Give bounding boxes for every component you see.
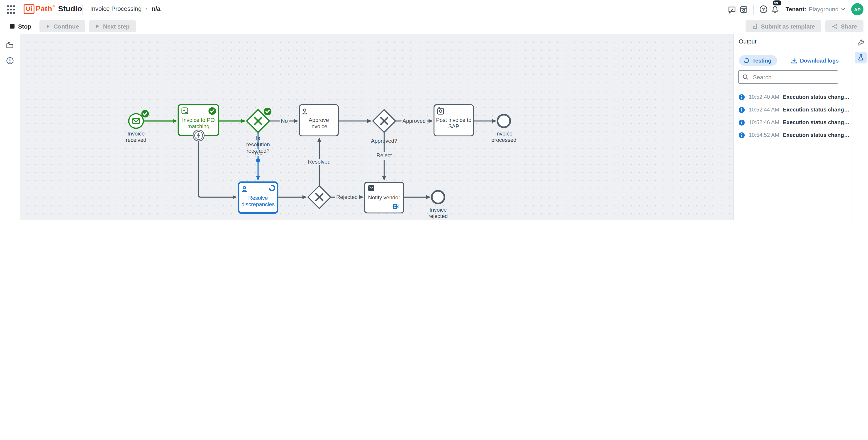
play-icon <box>46 24 50 29</box>
edge-label-resolved: Resolved <box>308 159 331 165</box>
notifications-button[interactable]: 99+ <box>769 3 781 15</box>
node-is-resolution-required[interactable]: Is resolution required? <box>246 108 272 154</box>
edge-boundary-to-resolve[interactable] <box>198 141 236 197</box>
info-icon <box>738 94 745 100</box>
node-invoice-processed[interactable]: Invoice processed <box>491 115 517 143</box>
tools-button[interactable] <box>853 36 868 50</box>
node-label: Invoice to PO <box>182 117 215 123</box>
testing-panel-button[interactable] <box>855 52 867 63</box>
next-step-button[interactable]: Next step <box>89 21 136 32</box>
info-icon <box>738 106 745 113</box>
check-badge-icon <box>264 108 271 115</box>
output-panel: Output Testing Download logs <box>733 34 853 220</box>
tenant-value: Playground <box>809 6 839 13</box>
bell-icon <box>771 5 779 13</box>
log-entry[interactable]: 10:52:44 AM Execution status change... <box>738 103 850 116</box>
log-search[interactable] <box>738 70 838 84</box>
log-timestamp: 10:52:40 AM <box>749 94 779 100</box>
avatar[interactable]: AP <box>851 3 864 15</box>
log-entry[interactable]: 10:52:40 AM Execution status change... <box>738 91 850 103</box>
uipath-studio-logo: Ui Path ® Studio <box>24 4 82 14</box>
submit-as-template-label: Submit as template <box>761 23 815 30</box>
node-approved-gateway[interactable]: Approved? <box>371 110 397 144</box>
logo-registered-mark: ® <box>53 4 55 8</box>
node-label: Invoice <box>430 207 447 213</box>
feedback-button[interactable] <box>726 3 738 15</box>
node-notify-vendor[interactable]: O Notify vendor <box>365 182 404 213</box>
node-label: Invoice <box>127 131 145 137</box>
node-resolve-discrepancies[interactable]: Resolve discrepancies <box>239 182 278 213</box>
node-label: Invoice <box>495 131 513 137</box>
topbar-divider <box>82 4 83 15</box>
alert-circle-icon <box>6 57 14 65</box>
node-approve-invoice[interactable]: Approve invoice <box>299 105 338 136</box>
testing-label: Testing <box>752 57 771 64</box>
play-icon <box>95 24 100 29</box>
issues-button[interactable] <box>0 53 20 68</box>
logo-path-text: Path <box>35 4 52 14</box>
info-icon <box>738 119 745 126</box>
search-input[interactable] <box>752 73 822 81</box>
breadcrumb: Invoice Processing › n/a <box>90 5 160 12</box>
output-title: Output <box>739 38 756 45</box>
node-label: rejected <box>428 213 447 219</box>
wrench-icon <box>857 39 865 47</box>
info-icon <box>738 132 745 138</box>
log-timestamp: 10:52:44 AM <box>749 106 779 113</box>
edge-yes-waypoint[interactable] <box>256 158 260 163</box>
window-gear-icon <box>740 5 748 13</box>
next-step-label: Next step <box>103 23 129 30</box>
log-message: Execution status change... <box>783 106 850 113</box>
feedback-icon <box>728 5 736 13</box>
debug-toolbar: Stop Continue Next step Submit as templa… <box>0 19 868 34</box>
template-doc-icon <box>752 23 757 29</box>
breadcrumb-project[interactable]: Invoice Processing <box>90 5 142 12</box>
testing-status-pill[interactable]: Testing <box>739 55 777 66</box>
divider <box>734 49 853 49</box>
log-entry[interactable]: 10:52:46 AM Execution status change... <box>738 116 850 129</box>
breadcrumb-separator: › <box>146 6 148 12</box>
check-badge-icon <box>208 107 216 115</box>
share-icon <box>832 23 838 29</box>
continue-button[interactable]: Continue <box>39 21 86 32</box>
stop-button[interactable]: Stop <box>5 21 36 32</box>
node-label: Notify vendor <box>368 194 400 201</box>
svg-text:O: O <box>394 205 396 208</box>
download-icon <box>791 57 797 64</box>
log-message: Execution status change... <box>783 119 850 126</box>
node-invoice-rejected[interactable]: Invoice rejected <box>428 191 447 219</box>
app-launcher-icon[interactable] <box>6 5 16 14</box>
download-logs-link[interactable]: Download logs <box>791 55 839 66</box>
share-button[interactable]: Share <box>825 21 864 32</box>
help-button[interactable]: ? <box>757 3 769 15</box>
node-post-invoice-to-sap[interactable]: Post invoice to SAP <box>434 105 473 136</box>
submit-as-template-button[interactable]: Submit as template <box>745 21 821 32</box>
node-label: processed <box>491 137 517 143</box>
node-label: resolution <box>246 141 270 147</box>
node-label: matching <box>187 123 209 129</box>
admin-settings-button[interactable] <box>738 3 750 15</box>
svg-text:?: ? <box>762 7 765 12</box>
boundary-error-event[interactable] <box>193 130 204 141</box>
check-badge-icon <box>141 110 149 117</box>
logo-product-text: Studio <box>58 4 82 14</box>
test-flask-icon <box>857 54 864 61</box>
node-invoice-received[interactable]: Invoice received <box>126 110 149 143</box>
help-icon: ? <box>759 5 768 13</box>
node-resolution-gateway[interactable] <box>308 186 331 208</box>
chevron-down-icon <box>841 7 846 12</box>
workflow-canvas[interactable]: No Approved Yes Resolved Reject Rejected… <box>20 34 733 220</box>
node-label: SAP <box>448 123 459 129</box>
top-bar: Ui Path ® Studio Invoice Processing › n/… <box>0 0 868 19</box>
node-label: Resolve <box>248 195 268 201</box>
log-entry[interactable]: 10:54:52 AM Execution status change... <box>738 129 850 141</box>
log-message: Execution status change... <box>783 132 850 138</box>
node-label: required? <box>246 148 269 154</box>
project-files-button[interactable] <box>0 38 20 53</box>
tenant-selector[interactable]: Tenant: Playground <box>785 6 846 13</box>
node-label: received <box>126 137 147 143</box>
edge-label-reject: Reject <box>376 152 392 158</box>
uipath-studio-window: Ui Path ® Studio Invoice Processing › n/… <box>0 0 868 220</box>
node-label: invoice <box>310 123 328 129</box>
send-email-icon <box>368 185 374 191</box>
